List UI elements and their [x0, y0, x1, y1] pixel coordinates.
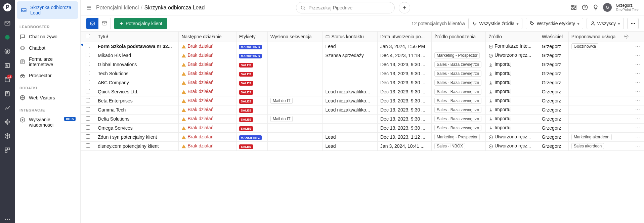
cell-title[interactable]: ABC Company	[95, 78, 179, 87]
bulb-icon[interactable]	[592, 4, 599, 11]
search-input[interactable]	[308, 5, 390, 10]
sidebar-item-chat[interactable]: Chat na żywo	[15, 31, 80, 42]
table-row[interactable]: Global InnovationsBrak działańSALESDec 1…	[81, 60, 644, 69]
table-row[interactable]: Delta SolutionsBrak działańSALESMail do …	[81, 114, 644, 123]
rail-leads-icon[interactable]	[4, 34, 11, 41]
svg-point-4	[6, 65, 7, 66]
select-all-checkbox[interactable]	[86, 34, 90, 38]
row-checkbox[interactable]	[86, 116, 90, 121]
col-source[interactable]: Źródło	[486, 32, 539, 42]
row-more-btn[interactable]: ⋯	[631, 42, 644, 51]
breadcrumb-parent[interactable]: Potencjalni klienci	[96, 5, 139, 11]
table-row[interactable]: Zdun i syn potencjalny klientBrak działa…	[81, 132, 644, 141]
cell-title[interactable]: Global Innovations	[95, 60, 179, 69]
search-bar[interactable]	[296, 2, 395, 13]
table-row[interactable]: Beta EnterprisesBrak działańSALESMail do…	[81, 96, 644, 105]
row-checkbox[interactable]	[86, 143, 90, 148]
svg-rect-26	[102, 21, 106, 23]
row-checkbox[interactable]	[86, 89, 90, 93]
sidebar-item-chatbot[interactable]: Chatbot	[15, 42, 80, 54]
row-more-btn[interactable]: ⋯	[631, 105, 644, 114]
row-more-btn[interactable]: ⋯	[631, 123, 644, 132]
col-origch[interactable]: Źródło pochodzenia	[432, 32, 486, 42]
add-lead-button[interactable]: Potencjalny klient	[114, 18, 167, 29]
row-more-btn[interactable]: ⋯	[631, 132, 644, 141]
row-more-btn[interactable]: ⋯	[631, 96, 644, 105]
view-inbox-btn[interactable]	[86, 18, 98, 29]
more-options-btn[interactable]	[627, 18, 639, 29]
sidebar-item-messaging[interactable]: Wysyłanie wiadomościBETA	[15, 114, 80, 130]
row-more-btn[interactable]: ⋯	[631, 114, 644, 123]
table-row[interactable]: ABC CompanyBrak działańSALESDec 13, 2023…	[81, 78, 644, 87]
col-title[interactable]: Tytuł	[95, 32, 179, 42]
rail-mail-icon[interactable]	[4, 19, 11, 27]
col-next[interactable]: Następne działanie	[179, 32, 236, 42]
row-more-btn[interactable]: ⋯	[631, 69, 644, 78]
table-row[interactable]: disney.com potencjalny klientBrak działa…	[81, 141, 644, 150]
rail-campaigns-icon[interactable]	[4, 90, 11, 97]
rail-apps-icon[interactable]	[4, 146, 11, 154]
row-more-btn[interactable]: ⋯	[631, 60, 644, 69]
filter-owner[interactable]: Wszyscy▾	[587, 18, 624, 29]
cell-title[interactable]: Delta Solutions	[95, 114, 179, 123]
row-checkbox[interactable]	[86, 71, 90, 75]
col-status[interactable]: Status kontaktu	[323, 32, 378, 42]
row-checkbox[interactable]	[86, 62, 90, 66]
row-more-btn[interactable]: ⋯	[631, 87, 644, 96]
row-checkbox[interactable]	[86, 44, 90, 48]
col-service[interactable]: Proponowana usługa	[568, 32, 621, 42]
row-checkbox[interactable]	[86, 125, 90, 130]
cell-title[interactable]: Omega Services	[95, 123, 179, 132]
rail-products-icon[interactable]	[4, 132, 11, 140]
view-archive-btn[interactable]	[98, 18, 111, 29]
add-button[interactable]	[399, 2, 410, 13]
col-labels[interactable]: Etykiety	[236, 32, 267, 42]
help-icon[interactable]	[582, 4, 588, 11]
col-owner[interactable]: Właściciel	[539, 32, 568, 42]
filter-sources[interactable]: Wszystkie źródła▾	[468, 18, 522, 29]
table-row[interactable]: Quick Services Ltd.Brak działańSALESLead…	[81, 87, 644, 96]
rail-contacts-icon[interactable]	[4, 62, 11, 69]
table-row[interactable]: Tech SolutionsBrak działańSALESDec 13, 2…	[81, 69, 644, 78]
rail-deals-icon[interactable]	[4, 48, 11, 55]
cell-seq	[267, 78, 323, 87]
table-row[interactable]: Omega ServicesBrak działańSALESDec 13, 2…	[81, 123, 644, 132]
pipedrive-logo[interactable]: P	[3, 3, 11, 11]
user-box[interactable]: Grzegorz RevPoint Test	[616, 3, 639, 12]
row-checkbox[interactable]	[86, 107, 90, 112]
col-seq[interactable]: Wysłana sekwencja	[267, 32, 323, 42]
table-row[interactable]: Gamma TechBrak działańSALESLead niezakwa…	[81, 105, 644, 114]
row-checkbox[interactable]	[86, 80, 90, 84]
filter-labels[interactable]: Wszystkie etykiety▾	[526, 18, 583, 29]
row-checkbox[interactable]	[86, 53, 90, 57]
row-more-btn[interactable]: ⋯	[631, 51, 644, 60]
row-checkbox[interactable]	[86, 134, 90, 139]
col-date[interactable]: Data utworzenia po...	[378, 32, 432, 42]
table-row[interactable]: Form Szkoła podstawowa nr 32...Brak dzia…	[81, 42, 644, 51]
cell-title[interactable]: Tech Solutions	[95, 69, 179, 78]
col-settings[interactable]	[621, 32, 631, 42]
rail-insights-icon[interactable]	[4, 104, 11, 112]
avatar[interactable]: G	[603, 3, 612, 12]
sidebar-item-webvisitors[interactable]: Web Visitors	[15, 92, 80, 103]
cell-title[interactable]: Zdun i syn potencjalny klient	[95, 132, 179, 141]
table-row[interactable]: Mikado Bis leadBrak działańMARKETINGSzan…	[81, 51, 644, 60]
cell-title[interactable]: Form Szkoła podstawowa nr 32...	[95, 42, 179, 51]
cell-title[interactable]: Quick Services Ltd.	[95, 87, 179, 96]
cell-title[interactable]: Gamma Tech	[95, 105, 179, 114]
row-more-btn[interactable]: ⋯	[631, 78, 644, 87]
cell-title[interactable]: Beta Enterprises	[95, 96, 179, 105]
sidebar-item-inbox[interactable]: Skrzynka odbiorcza Lead	[17, 1, 78, 19]
cell-title[interactable]: disney.com potencjalny klient	[95, 141, 179, 150]
rail-calendar-icon[interactable]: 11	[4, 76, 11, 83]
row-more-btn[interactable]: ⋯	[631, 141, 644, 150]
row-checkbox[interactable]	[86, 98, 90, 102]
hamburger-icon[interactable]	[86, 5, 92, 11]
cell-seq	[267, 60, 323, 69]
sidebar-item-forms[interactable]: Formularze internetowe	[15, 54, 80, 70]
rail-more-icon[interactable]	[4, 216, 11, 223]
rail-marketplace-icon[interactable]	[4, 118, 11, 126]
sidebar-item-prospector[interactable]: Prospector	[15, 70, 80, 81]
cell-title[interactable]: Mikado Bis lead	[95, 51, 179, 60]
puzzle-icon[interactable]	[571, 4, 577, 11]
